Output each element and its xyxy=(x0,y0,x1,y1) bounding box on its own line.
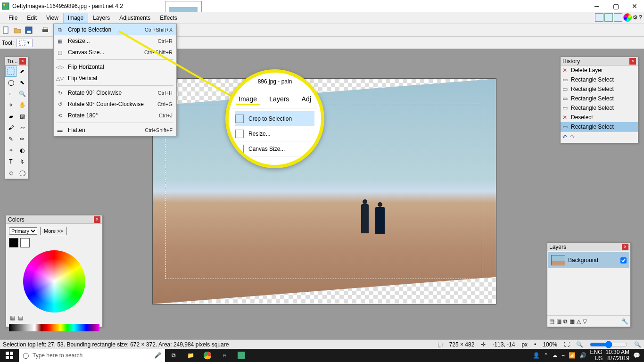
tool-eraser[interactable]: ▱ xyxy=(17,122,28,133)
gear-icon[interactable]: ⚙ xyxy=(633,14,638,21)
selection-marquee[interactable] xyxy=(165,104,482,279)
close-icon[interactable]: × xyxy=(19,58,26,65)
colors-panel[interactable]: Colors× Primary More >> ▦ ▤ xyxy=(6,215,103,327)
save-icon[interactable] xyxy=(25,26,33,34)
menu-resize[interactable]: ▦ Resize... Ctrl+R xyxy=(54,35,176,47)
edge-icon[interactable]: e xyxy=(216,349,233,362)
tool-paint-bucket[interactable]: ▰ xyxy=(5,111,17,122)
minimize-button[interactable]: ─ xyxy=(587,0,606,12)
tool-move-selection[interactable]: ⬈ xyxy=(17,66,28,77)
history-item[interactable]: ✕Deselect xyxy=(561,113,638,122)
history-item[interactable]: ▭Rectangle Select xyxy=(561,84,638,94)
new-icon[interactable] xyxy=(2,26,10,34)
palette-add-icon[interactable]: ▤ xyxy=(18,314,23,321)
colors-window-icon[interactable] xyxy=(623,13,632,22)
close-button[interactable]: ✕ xyxy=(625,0,644,12)
print-icon[interactable] xyxy=(41,26,50,34)
tool-line[interactable]: ↯ xyxy=(17,156,28,167)
duplicate-layer-icon[interactable]: ⧉ xyxy=(563,318,568,325)
delete-layer-icon[interactable]: ▥ xyxy=(556,318,561,325)
tool-text[interactable]: T xyxy=(5,156,17,167)
system-clock[interactable]: ENG 10:30 AM US 8/7/2019 xyxy=(590,349,629,362)
taskbar-search[interactable]: ◯ Type here to search 🎤 xyxy=(19,349,165,362)
onedrive-icon[interactable]: ☁ xyxy=(552,352,558,359)
layers-window-icon[interactable] xyxy=(614,13,622,22)
history-item[interactable]: ▭Rectangle Select xyxy=(561,94,638,103)
maximize-button[interactable]: ▢ xyxy=(606,0,625,12)
color-palette[interactable] xyxy=(9,324,99,331)
color-wheel[interactable] xyxy=(23,250,85,313)
primary-color-swatch[interactable] xyxy=(9,238,18,247)
redo-icon[interactable]: ↷ xyxy=(570,134,575,140)
layer-props-icon[interactable]: 🔧 xyxy=(621,318,628,325)
tool-move[interactable]: ⬉ xyxy=(17,77,28,88)
start-button[interactable] xyxy=(0,349,19,362)
menu-file[interactable]: File xyxy=(4,13,22,23)
close-icon[interactable]: × xyxy=(94,216,100,223)
layer-down-icon[interactable]: ▽ xyxy=(583,318,587,325)
menu-rotate-180[interactable]: ⟲ Rotate 180° Ctrl+J xyxy=(54,110,176,121)
people-icon[interactable]: 👤 xyxy=(533,352,540,359)
zoom-fit-icon[interactable]: ⛶ xyxy=(564,341,570,348)
history-item[interactable]: ▭Rectangle Select xyxy=(561,122,638,132)
notifications-icon[interactable]: 💬 xyxy=(633,352,640,359)
more-button[interactable]: More >> xyxy=(40,227,67,235)
wifi-icon[interactable]: 📶 xyxy=(569,352,576,359)
tool-lasso[interactable]: ◯ xyxy=(5,77,17,88)
zoom-in-icon[interactable]: 🔍 xyxy=(634,341,641,348)
tool-zoom[interactable]: 🔍 xyxy=(17,88,28,99)
layers-panel[interactable]: Layers× Background ▤ ▥ ⧉ ▦ △ ▽ 🔧 xyxy=(547,242,631,327)
units-label[interactable]: px xyxy=(521,341,528,348)
menu-rotate-cw[interactable]: ↻ Rotate 90° Clockwise Ctrl+H xyxy=(54,87,176,99)
tool-recolor[interactable]: ◐ xyxy=(17,145,28,156)
mic-icon[interactable]: 🎤 xyxy=(154,352,161,359)
merge-layer-icon[interactable]: ▦ xyxy=(570,318,575,325)
open-icon[interactable] xyxy=(13,26,22,34)
paintnet-taskbar-icon[interactable] xyxy=(233,349,250,362)
tool-clone[interactable]: ⌖ xyxy=(5,145,17,156)
help-icon[interactable]: ? xyxy=(639,14,642,21)
volume-icon[interactable]: 🔊 xyxy=(579,352,586,359)
tool-gradient[interactable]: ▨ xyxy=(17,111,28,122)
layer-row[interactable]: Background xyxy=(548,252,629,268)
tool-rectangle-select[interactable] xyxy=(5,66,17,77)
menu-edit[interactable]: Edit xyxy=(22,13,41,23)
tool-paintbrush[interactable]: 🖌 xyxy=(5,122,17,133)
tool-pencil[interactable]: ✎ xyxy=(5,133,17,145)
menu-rotate-ccw[interactable]: ↺ Rotate 90° Counter-Clockwise Ctrl+G xyxy=(54,99,176,110)
tool-color-picker[interactable]: ✑ xyxy=(17,133,28,145)
bluetooth-icon[interactable]: ⌁ xyxy=(561,352,565,359)
secondary-color-swatch[interactable] xyxy=(20,238,30,247)
color-mode-select[interactable]: Primary xyxy=(9,227,37,235)
menu-effects[interactable]: Effects xyxy=(155,13,182,23)
image-canvas[interactable] xyxy=(152,78,496,304)
history-item[interactable]: ▭Rectangle Select xyxy=(561,75,638,84)
task-view-icon[interactable]: ⧉ xyxy=(165,349,182,362)
history-item[interactable]: ✕Delete Layer xyxy=(561,66,638,75)
layer-up-icon[interactable]: △ xyxy=(577,318,581,325)
menu-crop-to-selection[interactable]: ⧉ Crop to Selection Ctrl+Shift+X xyxy=(54,24,176,35)
zoom-slider[interactable] xyxy=(590,341,627,348)
tool-pan[interactable]: ✋ xyxy=(17,99,28,111)
palette-icon[interactable]: ▦ xyxy=(10,314,15,321)
menu-image[interactable]: Image xyxy=(63,13,88,23)
close-icon[interactable]: × xyxy=(629,58,636,65)
history-item[interactable]: ▭Rectangle Select xyxy=(561,103,638,113)
zoom-out-icon[interactable]: 🔍 xyxy=(576,341,583,348)
tool-magic-wand[interactable]: ✧ xyxy=(5,99,17,111)
menu-view[interactable]: View xyxy=(41,13,63,23)
layer-visibility-checkbox[interactable] xyxy=(620,257,627,263)
history-panel[interactable]: History× ✕Delete Layer ▭Rectangle Select… xyxy=(560,57,638,143)
tools-window-icon[interactable] xyxy=(595,13,603,22)
chrome-icon[interactable] xyxy=(199,349,216,362)
tool-selector[interactable]: ▼ xyxy=(17,39,33,47)
tool-shapes[interactable]: ◇ xyxy=(5,167,17,179)
undo-icon[interactable]: ↶ xyxy=(562,134,567,140)
add-layer-icon[interactable]: ▤ xyxy=(549,318,554,325)
menu-flip-horizontal[interactable]: ◁▷ Flip Horizontal xyxy=(54,61,176,73)
history-window-icon[interactable] xyxy=(604,13,613,22)
menu-layers[interactable]: Layers xyxy=(88,13,115,23)
tool-ellipse-select[interactable]: ○ xyxy=(5,88,17,99)
menu-flip-vertical[interactable]: △▽ Flip Vertical xyxy=(54,73,176,84)
tools-panel[interactable]: To...× ⬈ ◯ ⬉ ○ 🔍 ✧ ✋ ▰ ▨ 🖌 ▱ ✎ ✑ ⌖ ◐ T ↯… xyxy=(5,57,28,179)
